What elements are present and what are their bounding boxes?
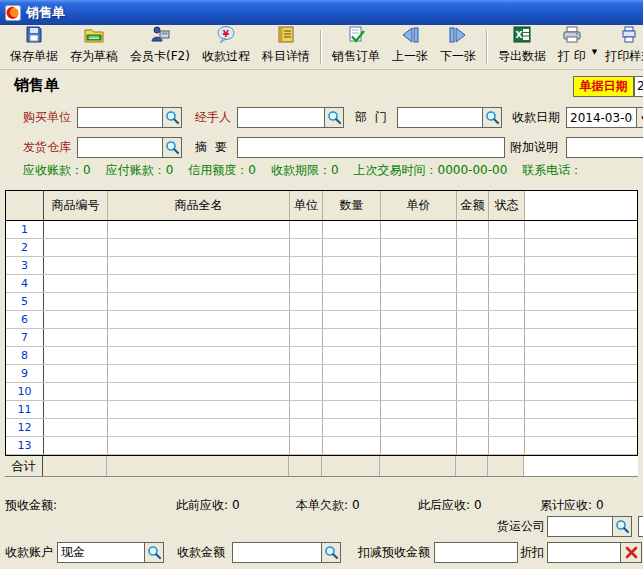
grid-cell[interactable] (323, 257, 381, 274)
table-row[interactable]: 3 (6, 257, 637, 275)
grid-cell[interactable] (381, 221, 457, 238)
grid-cell[interactable] (108, 401, 290, 418)
grid-cell[interactable] (381, 293, 457, 310)
collect-date-dropdown-button[interactable]: ▾ (636, 107, 643, 128)
buyer-lookup-button[interactable] (162, 107, 182, 128)
grid-cell[interactable] (108, 365, 290, 382)
grid-cell[interactable] (381, 419, 457, 436)
payment-amount-input[interactable] (232, 542, 322, 563)
grid-cell[interactable] (323, 311, 381, 328)
grid-cell[interactable] (489, 401, 525, 418)
grid-cell[interactable] (489, 383, 525, 400)
grid-cell[interactable] (44, 401, 108, 418)
print-dropdown-caret[interactable]: ▼ (592, 38, 597, 56)
grid-cell[interactable] (44, 383, 108, 400)
grid-cell[interactable] (290, 401, 323, 418)
print-button[interactable]: 打 印 (552, 26, 592, 68)
grid-cell[interactable] (323, 347, 381, 364)
subject-detail-button[interactable]: 科目详情 (256, 26, 316, 68)
table-row[interactable]: 13 (6, 437, 637, 455)
doc-date-field[interactable]: 2 (634, 76, 643, 97)
grid-cell[interactable] (457, 311, 489, 328)
grid-cell[interactable] (290, 311, 323, 328)
table-row[interactable]: 8 (6, 347, 637, 365)
grid-cell[interactable] (108, 329, 290, 346)
member-card-button[interactable]: 会员卡(F2) (124, 26, 196, 68)
grid-cell[interactable] (381, 437, 457, 454)
grid-cell[interactable] (108, 293, 290, 310)
grid-cell[interactable] (457, 383, 489, 400)
grid-cell[interactable] (323, 221, 381, 238)
table-row[interactable]: 6 (6, 311, 637, 329)
grid-cell[interactable] (290, 257, 323, 274)
next-button[interactable]: 下一张 (434, 26, 482, 68)
grid-cell[interactable] (489, 293, 525, 310)
payment-process-button[interactable]: ¥ 收款过程 (196, 26, 256, 68)
summary-input[interactable] (237, 137, 505, 158)
freight-company-input[interactable] (547, 516, 613, 537)
grid-cell[interactable] (381, 275, 457, 292)
grid-cell[interactable] (489, 419, 525, 436)
grid-cell[interactable] (108, 221, 290, 238)
grid-cell[interactable] (489, 257, 525, 274)
grid-cell[interactable] (108, 347, 290, 364)
grid-cell[interactable] (323, 365, 381, 382)
grid-cell[interactable] (44, 419, 108, 436)
grid-cell[interactable] (381, 239, 457, 256)
grid-cell[interactable] (457, 365, 489, 382)
grid-cell[interactable] (290, 275, 323, 292)
grid-cell[interactable] (381, 347, 457, 364)
grid-cell[interactable] (489, 275, 525, 292)
grid-cell[interactable] (108, 437, 290, 454)
previous-button[interactable]: 上一张 (386, 26, 434, 68)
grid-cell[interactable] (457, 347, 489, 364)
table-row[interactable]: 10 (6, 383, 637, 401)
department-input[interactable] (397, 107, 483, 128)
grid-cell[interactable] (457, 329, 489, 346)
grid-cell[interactable] (44, 257, 108, 274)
grid-cell[interactable] (489, 329, 525, 346)
grid-cell[interactable] (290, 239, 323, 256)
payment-account-lookup-button[interactable] (144, 542, 164, 563)
grid-cell[interactable] (323, 293, 381, 310)
grid-cell[interactable] (381, 365, 457, 382)
grid-cell[interactable] (457, 437, 489, 454)
grid-cell[interactable] (44, 347, 108, 364)
collect-date-input[interactable] (566, 107, 637, 128)
grid-cell[interactable] (108, 257, 290, 274)
buyer-input[interactable] (77, 107, 163, 128)
grid-cell[interactable] (290, 221, 323, 238)
grid-cell[interactable] (489, 311, 525, 328)
table-row[interactable]: 2 (6, 239, 637, 257)
print-style-button[interactable]: 打印样式 (599, 26, 643, 68)
grid-cell[interactable] (44, 293, 108, 310)
grid-cell[interactable] (290, 365, 323, 382)
grid-cell[interactable] (44, 221, 108, 238)
sales-order-button[interactable]: 销售订单 (326, 26, 386, 68)
grid-cell[interactable] (44, 311, 108, 328)
grid-cell[interactable] (489, 437, 525, 454)
grid-cell[interactable] (290, 419, 323, 436)
grid-cell[interactable] (44, 365, 108, 382)
grid-cell[interactable] (108, 275, 290, 292)
grid-cell[interactable] (323, 329, 381, 346)
payment-amount-lookup-button[interactable] (321, 542, 341, 563)
grid-cell[interactable] (323, 239, 381, 256)
handler-lookup-button[interactable] (324, 107, 344, 128)
grid-cell[interactable] (44, 437, 108, 454)
grid-cell[interactable] (489, 221, 525, 238)
grid-cell[interactable] (290, 293, 323, 310)
table-row[interactable]: 1 (6, 221, 637, 239)
grid-cell[interactable] (108, 383, 290, 400)
grid-cell[interactable] (323, 401, 381, 418)
grid-cell[interactable] (290, 437, 323, 454)
grid-cell[interactable] (108, 311, 290, 328)
table-row[interactable]: 11 (6, 401, 637, 419)
table-row[interactable]: 12 (6, 419, 637, 437)
grid-cell[interactable] (381, 257, 457, 274)
table-row[interactable]: 4 (6, 275, 637, 293)
grid-cell[interactable] (290, 383, 323, 400)
grid-cell[interactable] (457, 293, 489, 310)
grid-cell[interactable] (457, 275, 489, 292)
grid-cell[interactable] (457, 401, 489, 418)
